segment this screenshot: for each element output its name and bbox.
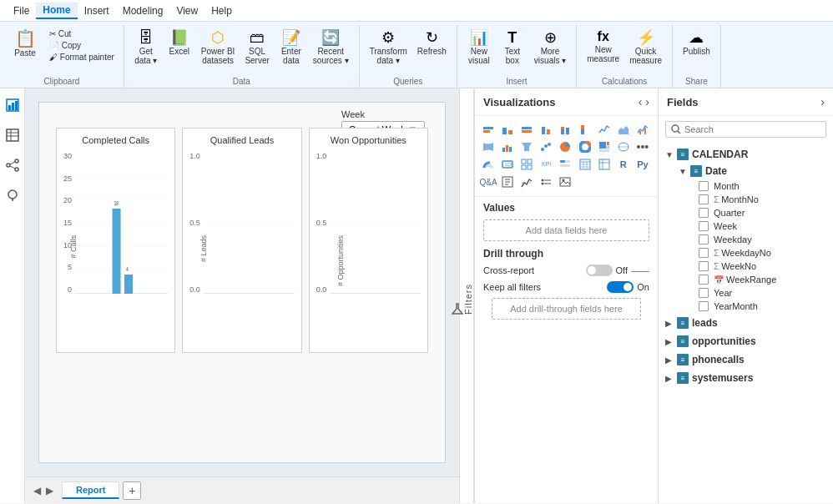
viz-line[interactable]	[596, 121, 613, 138]
tab-report[interactable]: Report	[62, 481, 119, 499]
quick-measure-button[interactable]: ⚡ Quickmeasure	[626, 28, 665, 67]
excel-button[interactable]: 📗 Excel	[164, 28, 194, 58]
viz-map[interactable]	[615, 139, 632, 155]
menu-file[interactable]: File	[7, 3, 36, 18]
menu-view[interactable]: View	[169, 3, 204, 18]
viz-fields[interactable]	[538, 174, 554, 190]
fields-search-box[interactable]	[665, 121, 826, 138]
field-week[interactable]: Week	[692, 219, 833, 233]
viz-treemap[interactable]	[596, 139, 613, 155]
viz-analytics[interactable]	[518, 174, 535, 190]
date-subgroup-header[interactable]: ▼ ≡ Date	[672, 163, 833, 179]
keep-filters-toggle[interactable]: On	[607, 281, 649, 293]
monthno-checkbox[interactable]	[699, 194, 709, 204]
field-yearmonth[interactable]: YearMonth	[692, 300, 833, 313]
menu-modeling[interactable]: Modeling	[116, 3, 170, 18]
publish-button[interactable]: ☁ Publish	[679, 28, 714, 58]
year-checkbox[interactable]	[699, 288, 709, 298]
enter-data-button[interactable]: 📝 Enterdata	[276, 28, 306, 67]
phonecalls-group-header[interactable]: ▶ ≡ phonecalls	[659, 351, 833, 368]
viz-pie[interactable]	[557, 139, 573, 155]
viz-python[interactable]: Py	[634, 156, 651, 173]
model-view-icon[interactable]	[3, 155, 23, 175]
viz-matrix[interactable]	[596, 156, 613, 173]
viz-clustered-column[interactable]	[538, 121, 554, 138]
viz-card[interactable]: 123	[499, 156, 516, 173]
month-checkbox[interactable]	[699, 181, 709, 191]
viz-slicer[interactable]	[557, 156, 573, 173]
viz-funnel[interactable]	[518, 139, 535, 155]
chart-qualified-leads[interactable]: Qualified Leads 1.0 0.5 0.0 # Leads	[182, 128, 301, 353]
field-weekdayno[interactable]: Σ WeekdayNo	[692, 246, 833, 260]
field-month[interactable]: Month	[692, 179, 833, 193]
recent-sources-button[interactable]: 🔄 Recentsources ▾	[310, 28, 352, 67]
viz-r[interactable]: R	[615, 156, 632, 173]
chart-won-opportunities[interactable]: Won Opportunities 1.0 0.5 0.0 # Opportun…	[309, 128, 428, 353]
cross-report-toggle[interactable]: Off ——	[586, 265, 649, 276]
menu-home[interactable]: Home	[36, 3, 77, 19]
qa-icon[interactable]	[3, 185, 23, 205]
viz-donut[interactable]	[577, 139, 593, 155]
field-year[interactable]: Year	[692, 286, 833, 300]
report-canvas[interactable]: Week Current Week ▼ Completed Calls	[38, 102, 446, 463]
field-monthno[interactable]: Σ MonthNo	[692, 193, 833, 206]
opportunities-group-header[interactable]: ▶ ≡ opportunities	[659, 333, 833, 350]
report-view-icon[interactable]	[3, 95, 23, 115]
viz-stacked-column[interactable]	[557, 121, 573, 138]
weekrange-checkbox[interactable]	[699, 275, 709, 285]
weekno-checkbox[interactable]	[699, 261, 709, 271]
field-weekday[interactable]: Weekday	[692, 233, 833, 246]
viz-ribbon[interactable]	[480, 139, 497, 155]
quarter-checkbox[interactable]	[699, 208, 709, 218]
viz-stacked-bar-100[interactable]	[518, 121, 535, 138]
viz-more[interactable]: •••	[634, 139, 651, 155]
new-measure-button[interactable]: fx Newmeasure	[583, 28, 623, 65]
viz-stacked-bar[interactable]	[480, 121, 497, 138]
copy-button[interactable]: 📄 Copy	[47, 40, 117, 51]
viz-qna[interactable]: Q&A	[480, 174, 497, 190]
weekdayno-checkbox[interactable]	[699, 248, 709, 258]
keep-filters-toggle-track[interactable]	[607, 281, 634, 293]
add-fields-box[interactable]: Add data fields here	[483, 219, 649, 241]
tab-nav-left[interactable]: ◀	[32, 483, 43, 498]
viz-waterfall[interactable]	[499, 139, 516, 155]
viz-panel-left-arrow[interactable]: ‹	[639, 95, 643, 108]
refresh-button[interactable]: ↻ Refresh	[414, 28, 450, 58]
systemusers-group-header[interactable]: ▶ ≡ systemusers	[659, 370, 833, 386]
viz-format[interactable]	[499, 174, 516, 190]
viz-gauge[interactable]	[480, 156, 497, 173]
fields-panel-arrow[interactable]: ›	[820, 95, 825, 108]
field-weekno[interactable]: Σ WeekNo	[692, 260, 833, 273]
get-data-button[interactable]: 🗄 Getdata ▾	[131, 28, 161, 67]
yearmonth-checkbox[interactable]	[699, 301, 709, 311]
viz-area[interactable]	[615, 121, 632, 138]
tab-nav-right[interactable]: ▶	[44, 483, 55, 498]
field-quarter[interactable]: Quarter	[692, 206, 833, 219]
viz-multi-card[interactable]	[518, 156, 535, 173]
weekday-checkbox[interactable]	[699, 234, 709, 244]
week-checkbox[interactable]	[699, 221, 709, 231]
viz-image[interactable]	[557, 174, 573, 190]
format-painter-button[interactable]: 🖌 Format painter	[47, 52, 117, 63]
viz-scatter[interactable]	[538, 139, 554, 155]
paste-button[interactable]: 📋 Paste	[7, 28, 43, 59]
field-weekrange[interactable]: 📅 WeekRange	[692, 273, 833, 286]
cross-report-toggle-track[interactable]	[586, 265, 613, 276]
viz-clustered-bar[interactable]	[499, 121, 516, 138]
data-view-icon[interactable]	[3, 125, 23, 145]
text-box-button[interactable]: T Textbox	[497, 28, 528, 67]
filter-pane[interactable]: Filters	[459, 88, 474, 503]
viz-panel-right-arrow[interactable]: ›	[645, 95, 649, 108]
viz-line-clustered[interactable]	[634, 121, 651, 138]
more-visuals-button[interactable]: ⊕ Morevisuals ▾	[531, 28, 569, 67]
menu-insert[interactable]: Insert	[78, 3, 116, 18]
add-drill-fields-box[interactable]: Add drill-through fields here	[492, 298, 641, 320]
transform-button[interactable]: ⚙ Transformdata ▾	[366, 28, 411, 67]
viz-table[interactable]	[577, 156, 593, 173]
viz-100-stacked-column[interactable]	[577, 121, 593, 138]
sql-button[interactable]: 🗃 SQLServer	[241, 28, 272, 67]
field-group-calendar-header[interactable]: ▼ ≡ CALENDAR	[659, 146, 833, 163]
menu-help[interactable]: Help	[204, 3, 239, 18]
chart-completed-calls[interactable]: Completed Calls 30 25 20 15 10 5 0	[56, 128, 175, 353]
cut-button[interactable]: ✂ Cut	[47, 28, 117, 39]
